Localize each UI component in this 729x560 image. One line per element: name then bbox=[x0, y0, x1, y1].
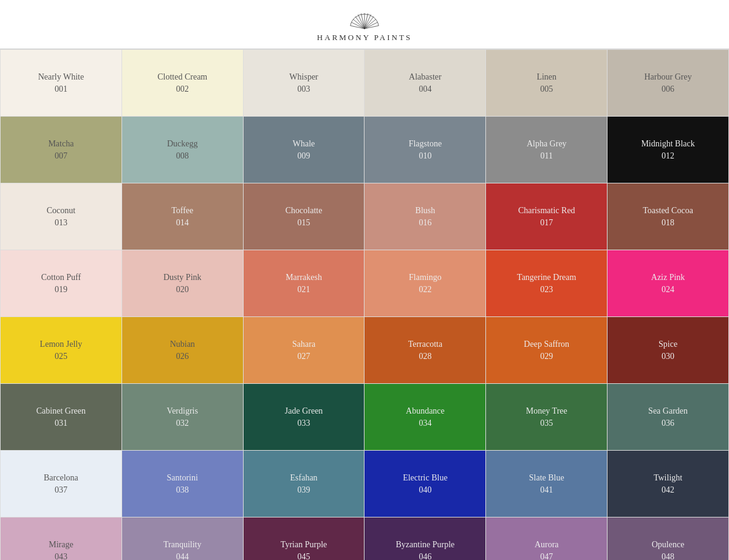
swatch-name-016: Blush bbox=[416, 205, 436, 216]
swatch-039[interactable]: Esfahan039 bbox=[244, 451, 365, 517]
swatch-044[interactable]: Tranquility044 bbox=[122, 517, 244, 560]
swatch-024[interactable]: Aziz Pink024 bbox=[608, 250, 729, 317]
swatch-006[interactable]: Harbour Grey006 bbox=[608, 50, 729, 117]
swatch-040[interactable]: Electric Blue040 bbox=[364, 451, 486, 517]
swatch-034[interactable]: Abundance034 bbox=[364, 384, 486, 451]
swatch-020[interactable]: Dusty Pink020 bbox=[122, 250, 244, 317]
swatch-015[interactable]: Chocolatte015 bbox=[244, 183, 365, 250]
swatch-number-048: 048 bbox=[662, 552, 674, 560]
swatch-name-034: Abundance bbox=[406, 406, 445, 417]
swatch-name-047: Aurora bbox=[535, 539, 559, 550]
swatch-name-008: Duckegg bbox=[167, 138, 198, 149]
swatch-004[interactable]: Alabaster004 bbox=[364, 50, 486, 117]
swatch-name-023: Tangerine Dream bbox=[517, 272, 576, 283]
swatch-045[interactable]: Tyrian Purple045 bbox=[244, 517, 365, 560]
swatch-018[interactable]: Toasted Cocoa018 bbox=[608, 183, 729, 250]
swatch-023[interactable]: Tangerine Dream023 bbox=[486, 250, 608, 317]
swatch-name-022: Flamingo bbox=[409, 272, 442, 283]
swatch-number-019: 019 bbox=[55, 285, 67, 295]
swatch-019[interactable]: Cotton Puff019 bbox=[1, 250, 122, 317]
swatch-038[interactable]: Santorini038 bbox=[122, 451, 244, 517]
swatch-number-047: 047 bbox=[540, 552, 553, 560]
swatch-number-002: 002 bbox=[176, 84, 189, 94]
swatch-number-005: 005 bbox=[540, 84, 553, 94]
swatch-027[interactable]: Sahara027 bbox=[244, 317, 365, 384]
swatch-number-043: 043 bbox=[55, 552, 67, 560]
swatch-name-002: Clotted Cream bbox=[157, 72, 207, 83]
swatch-name-030: Spice bbox=[659, 339, 677, 350]
swatch-010[interactable]: Flagstone010 bbox=[364, 117, 486, 183]
swatch-name-033: Jade Green bbox=[285, 406, 323, 417]
swatch-number-001: 001 bbox=[55, 84, 67, 94]
swatch-042[interactable]: Twilight042 bbox=[608, 451, 729, 517]
swatch-002[interactable]: Clotted Cream002 bbox=[122, 50, 244, 117]
swatch-name-020: Dusty Pink bbox=[163, 272, 202, 283]
swatch-name-015: Chocolatte bbox=[286, 205, 323, 216]
swatch-009[interactable]: Whale009 bbox=[244, 117, 365, 183]
swatch-number-008: 008 bbox=[176, 151, 189, 161]
swatch-name-009: Whale bbox=[293, 138, 315, 149]
swatch-name-035: Money Tree bbox=[526, 406, 567, 417]
swatch-name-037: Barcelona bbox=[44, 473, 78, 483]
swatch-name-038: Santorini bbox=[167, 473, 198, 483]
swatch-007[interactable]: Matcha007 bbox=[1, 117, 122, 183]
swatch-name-017: Charismatic Red bbox=[518, 205, 575, 216]
swatch-005[interactable]: Linen005 bbox=[486, 50, 608, 117]
swatch-017[interactable]: Charismatic Red017 bbox=[486, 183, 608, 250]
swatch-041[interactable]: Slate Blue041 bbox=[486, 451, 608, 517]
swatch-046[interactable]: Byzantine Purple046 bbox=[364, 517, 486, 560]
swatch-032[interactable]: Verdigris032 bbox=[122, 384, 244, 451]
swatch-026[interactable]: Nubian026 bbox=[122, 317, 244, 384]
swatch-name-026: Nubian bbox=[170, 339, 195, 350]
swatch-014[interactable]: Toffee014 bbox=[122, 183, 244, 250]
swatch-030[interactable]: Spice030 bbox=[608, 317, 729, 384]
swatch-022[interactable]: Flamingo022 bbox=[364, 250, 486, 317]
swatch-number-003: 003 bbox=[298, 84, 310, 94]
swatch-name-041: Slate Blue bbox=[529, 473, 564, 483]
swatch-name-018: Toasted Cocoa bbox=[643, 205, 693, 216]
swatch-number-004: 004 bbox=[419, 84, 431, 94]
swatch-008[interactable]: Duckegg008 bbox=[122, 117, 244, 183]
swatch-013[interactable]: Coconut013 bbox=[1, 183, 122, 250]
swatch-036[interactable]: Sea Garden036 bbox=[608, 384, 729, 451]
swatch-number-027: 027 bbox=[298, 352, 310, 361]
header: Harmony Paints bbox=[0, 0, 729, 49]
swatch-number-026: 026 bbox=[176, 352, 189, 361]
swatch-name-003: Whisper bbox=[289, 72, 318, 83]
swatch-number-014: 014 bbox=[176, 218, 189, 228]
swatch-number-035: 035 bbox=[540, 418, 553, 428]
swatch-043[interactable]: Mirage043 bbox=[1, 517, 122, 560]
swatch-name-027: Sahara bbox=[292, 339, 315, 350]
swatch-name-005: Linen bbox=[536, 72, 556, 83]
swatch-name-036: Sea Garden bbox=[648, 406, 688, 417]
swatch-029[interactable]: Deep Saffron029 bbox=[486, 317, 608, 384]
swatch-021[interactable]: Marrakesh021 bbox=[244, 250, 365, 317]
swatch-name-014: Toffee bbox=[171, 205, 193, 216]
swatch-033[interactable]: Jade Green033 bbox=[244, 384, 365, 451]
swatch-name-011: Alpha Grey bbox=[527, 138, 567, 149]
swatch-031[interactable]: Cabinet Green031 bbox=[1, 384, 122, 451]
swatch-number-032: 032 bbox=[176, 418, 189, 428]
swatch-name-001: Nearly White bbox=[38, 72, 84, 83]
swatch-011[interactable]: Alpha Grey011 bbox=[486, 117, 608, 183]
swatch-number-016: 016 bbox=[419, 218, 431, 228]
swatch-number-011: 011 bbox=[541, 151, 553, 161]
swatch-048[interactable]: Opulence048 bbox=[608, 517, 729, 560]
swatch-012[interactable]: Midnight Black012 bbox=[608, 117, 729, 183]
swatch-025[interactable]: Lemon Jelly025 bbox=[1, 317, 122, 384]
swatch-001[interactable]: Nearly White001 bbox=[1, 50, 122, 117]
swatch-035[interactable]: Money Tree035 bbox=[486, 384, 608, 451]
swatch-047[interactable]: Aurora047 bbox=[486, 517, 608, 560]
swatch-number-045: 045 bbox=[298, 552, 310, 560]
swatch-name-019: Cotton Puff bbox=[41, 272, 81, 283]
swatch-name-010: Flagstone bbox=[409, 138, 442, 149]
swatch-037[interactable]: Barcelona037 bbox=[1, 451, 122, 517]
swatch-028[interactable]: Terracotta028 bbox=[364, 317, 486, 384]
swatch-number-013: 013 bbox=[55, 218, 67, 228]
color-grid: Nearly White001Clotted Cream002Whisper00… bbox=[0, 49, 729, 560]
swatch-name-040: Electric Blue bbox=[403, 473, 447, 483]
swatch-number-033: 033 bbox=[298, 418, 310, 428]
swatch-003[interactable]: Whisper003 bbox=[244, 50, 365, 117]
swatch-name-028: Terracotta bbox=[408, 339, 443, 350]
swatch-016[interactable]: Blush016 bbox=[364, 183, 486, 250]
